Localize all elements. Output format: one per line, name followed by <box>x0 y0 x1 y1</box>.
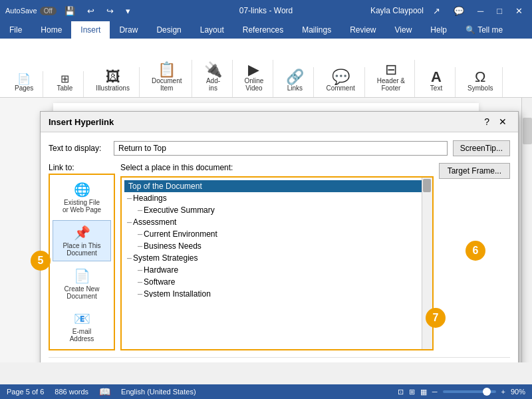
tree-item-assessment[interactable]: ─ Assessment <box>124 216 430 228</box>
table-btn[interactable]: ⊞ Table <box>51 71 78 94</box>
select-place-label: Select a place in this document: <box>120 163 434 172</box>
tab-references[interactable]: References <box>233 21 293 39</box>
email-icon: 📧 <box>74 311 90 327</box>
dialog-help-btn[interactable]: ? <box>481 116 493 128</box>
dialog-title-text: Insert Hyperlink <box>49 117 114 127</box>
dialog-close-btn[interactable]: ✕ <box>495 116 510 128</box>
dialog-title-buttons: ? ✕ <box>481 116 510 128</box>
group-links: 🔗 Links <box>276 67 314 97</box>
status-right: ⊡ ⊞ ▦ ─ + 90% <box>398 388 525 396</box>
ribbon-content: 📄 Pages ⊞ Table 🖼 Illustrations <box>0 39 532 97</box>
title-bar: AutoSave Off 💾 ↩ ↪ ▾ 07-links - Word Kay… <box>0 0 532 21</box>
badge-5: 5 <box>31 251 51 271</box>
screentip-button[interactable]: ScreenTip... <box>453 140 510 156</box>
group-addins: 🔌 Add-ins <box>195 60 233 97</box>
autosave-state[interactable]: Off <box>40 7 57 15</box>
tab-search[interactable]: 🔍 Tell me <box>456 21 512 39</box>
tab-view[interactable]: View <box>386 21 422 39</box>
undo-btn[interactable]: ↩ <box>83 5 98 17</box>
text-btn[interactable]: A Text <box>423 67 450 94</box>
scrollbar-thumb[interactable] <box>523 118 532 144</box>
tab-file[interactable]: File <box>0 21 31 39</box>
zoom-level: 90% <box>511 388 525 396</box>
tree-item-top[interactable]: Top of the Document <box>124 180 430 192</box>
badge-6: 6 <box>466 241 485 261</box>
online-video-btn[interactable]: ▶ OnlineVideo <box>241 60 268 94</box>
autosave-label: AutoSave <box>5 7 37 15</box>
text-to-display-input[interactable] <box>114 141 448 156</box>
tab-mailings[interactable]: Mailings <box>293 21 340 39</box>
page-count: Page 5 of 6 <box>7 388 44 396</box>
place-in-doc-icon: 📌 <box>74 225 90 241</box>
ribbon: File Home Insert Draw Design Layout Refe… <box>0 21 532 98</box>
tree-item-exec-summary[interactable]: ─ Executive Summary <box>124 204 430 216</box>
tab-home[interactable]: Home <box>31 21 71 39</box>
close-btn[interactable]: ✕ <box>511 5 527 17</box>
tree-item-business-needs[interactable]: ─ Business Needs <box>124 240 430 252</box>
link-to-create-new[interactable]: 📄 Create NewDocument <box>53 264 111 304</box>
view-print-icon[interactable]: ⊡ <box>398 388 404 396</box>
autosave-toggle[interactable]: AutoSave Off <box>5 7 57 15</box>
tree-item-hardware[interactable]: ─ Hardware <box>124 264 430 276</box>
document-tree[interactable]: Top of the Document ─ Headings ─ Executi… <box>122 178 432 297</box>
group-header-footer: ⊟ Header &Footer <box>368 60 415 97</box>
group-comment: 💬 Comment <box>317 67 364 97</box>
tab-help[interactable]: Help <box>421 21 456 39</box>
group-online-video: ▶ OnlineVideo <box>235 60 274 97</box>
tab-design[interactable]: Design <box>147 21 190 39</box>
links-btn[interactable]: 🔗 Links <box>281 67 308 94</box>
dialog-footer: OK Cancel <box>49 357 510 362</box>
tree-item-headings[interactable]: ─ Headings <box>124 192 430 204</box>
tab-insert[interactable]: Insert <box>71 21 110 39</box>
language: English (United States) <box>121 388 196 396</box>
link-to-existing-file[interactable]: 🌐 Existing Fileor Web Page <box>53 178 111 217</box>
doc-scrollbar[interactable] <box>521 98 532 362</box>
zoom-out-btn[interactable]: ─ <box>432 388 438 396</box>
save-btn[interactable]: 💾 <box>61 5 79 17</box>
view-web-icon[interactable]: ⊞ <box>409 388 415 396</box>
share-btn[interactable]: ↗ <box>429 5 444 17</box>
group-pages: 📄 Pages <box>5 71 43 97</box>
proofing-icon: 📖 <box>99 386 110 397</box>
dialog-body: Text to display: ScreenTip... Link to: 🌐… <box>41 132 518 362</box>
text-to-display-row: Text to display: ScreenTip... <box>49 140 510 156</box>
tab-draw[interactable]: Draw <box>110 21 147 39</box>
username: Kayla Claypool <box>370 6 424 15</box>
customize-btn[interactable]: ▾ <box>122 5 134 17</box>
insert-hyperlink-dialog: Insert Hyperlink ? ✕ Text to display: Sc… <box>40 111 519 362</box>
group-illustrations: 🖼 Illustrations <box>86 67 140 97</box>
symbols-btn[interactable]: Ω Symbols <box>464 67 497 94</box>
dialog-titlebar: Insert Hyperlink ? ✕ <box>41 112 518 132</box>
zoom-slider[interactable] <box>443 390 496 393</box>
addins-btn[interactable]: 🔌 Add-ins <box>200 60 227 94</box>
link-to-place-in-doc[interactable]: 📌 Place in ThisDocument <box>53 220 111 261</box>
tab-layout[interactable]: Layout <box>191 21 233 39</box>
minimize-btn[interactable]: ─ <box>473 5 487 17</box>
tree-item-software[interactable]: ─ Software <box>124 276 430 288</box>
illustrations-btn[interactable]: 🖼 Illustrations <box>92 67 134 94</box>
comments-btn[interactable]: 💬 <box>450 5 468 17</box>
tab-review[interactable]: Review <box>340 21 385 39</box>
link-to-email[interactable]: 📧 E-mailAddress <box>53 307 111 346</box>
document-area: predictions on its future computer requi… <box>0 98 532 362</box>
title-bar-right: Kayla Claypool ↗ 💬 ─ □ ✕ <box>370 5 527 17</box>
doc-item-btn[interactable]: 📋 DocumentItem <box>148 60 186 94</box>
link-to-label: Link to: <box>49 163 115 172</box>
document-tree-panel: Select a place in this document: Top of … <box>120 163 434 350</box>
tree-item-system-strategies[interactable]: ─ System Strategies <box>124 252 430 264</box>
maximize-btn[interactable]: □ <box>493 5 506 17</box>
target-frame-button[interactable]: Target Frame... <box>439 163 510 179</box>
tree-item-current-env[interactable]: ─ Current Environment <box>124 228 430 240</box>
redo-btn[interactable]: ↪ <box>102 5 118 17</box>
comment-btn[interactable]: 💬 Comment <box>322 67 358 94</box>
word-count: 886 words <box>55 388 88 396</box>
pages-btn[interactable]: 📄 Pages <box>11 71 37 94</box>
badge-7: 7 <box>426 308 446 328</box>
group-doc-item: 📋 DocumentItem <box>142 60 192 97</box>
zoom-in-btn[interactable]: + <box>501 388 505 396</box>
header-footer-btn[interactable]: ⊟ Header &Footer <box>373 60 409 94</box>
window-title: 07-links - Word <box>239 6 293 15</box>
tree-item-sys-install[interactable]: ─ System Installation <box>124 288 430 297</box>
view-read-icon[interactable]: ▦ <box>420 388 427 396</box>
ribbon-tabs: File Home Insert Draw Design Layout Refe… <box>0 21 532 39</box>
